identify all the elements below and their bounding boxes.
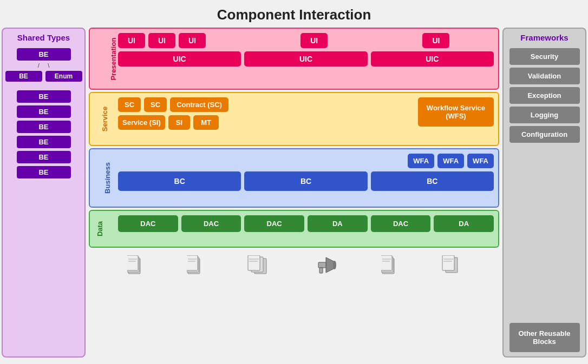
dac-box-4: DAC	[371, 215, 431, 232]
svg-rect-25	[442, 255, 454, 270]
svg-rect-2	[127, 255, 138, 270]
ui-box-1: UI	[118, 33, 145, 48]
db-icon-1	[127, 255, 142, 275]
shared-types-title: Shared Types	[17, 33, 70, 42]
data-layer: Data DAC DAC DAC DA DAC DA	[89, 210, 499, 248]
service-inner: SC SC Contract (SC) Service (SI) SI MT W…	[118, 97, 494, 130]
service-si-box: Service (SI)	[118, 115, 165, 130]
bc-box-1: BC	[118, 171, 241, 191]
validation-box: Validation	[509, 68, 580, 84]
be-box-1: BE	[17, 90, 71, 103]
uic-box-3: UIC	[371, 51, 494, 67]
shared-types-panel: Shared Types BE / \ BE Enum BE BE BE BE …	[2, 28, 86, 358]
db-icon-3	[247, 255, 271, 275]
be-box-2: BE	[17, 105, 71, 118]
other-reusable-box: Other Reusable Blocks	[509, 323, 580, 352]
uic-box-2: UIC	[244, 51, 367, 67]
service-left: SC SC Contract (SC) Service (SI) SI MT	[118, 97, 415, 130]
sc-box-2: SC	[144, 97, 167, 112]
svg-rect-21	[381, 255, 392, 270]
enum-box: Enum	[45, 71, 82, 82]
presentation-inner: UI UI UI UI UI UIC UIC UIC	[118, 33, 494, 67]
si-box: SI	[168, 115, 190, 130]
main-layout: Shared Types BE / \ BE Enum BE BE BE BE …	[2, 28, 586, 358]
dac-box-2: DAC	[181, 215, 241, 232]
da-box-1: DA	[308, 215, 368, 232]
db-icon-5	[441, 255, 461, 275]
svg-rect-7	[187, 255, 198, 270]
exception-box: Exception	[509, 87, 580, 104]
be-box-4: BE	[17, 136, 71, 148]
business-layer: Business WFA WFA WFA BC BC BC	[89, 148, 499, 208]
frameworks-title: Frameworks	[520, 33, 568, 42]
ui-box-2: UI	[148, 33, 175, 48]
bc-box-2: BC	[244, 171, 367, 191]
presentation-label: Presentation	[109, 37, 117, 80]
service-row1: SC SC Contract (SC)	[118, 97, 415, 112]
bc-row: BC BC BC	[118, 171, 494, 191]
service-row2: Service (SI) SI MT	[118, 115, 415, 130]
svg-rect-12	[248, 255, 260, 270]
page-title: Component Interaction	[217, 6, 371, 23]
da-box-2: DA	[434, 215, 494, 232]
be-box-root: BE	[17, 48, 71, 61]
security-box: Security	[509, 48, 580, 65]
sc-box-1: SC	[118, 97, 141, 112]
be-box-6: BE	[17, 166, 71, 178]
presentation-layer: Presentation UI UI UI UI UI UIC UIC UIC	[89, 28, 499, 90]
dac-box-1: DAC	[118, 215, 178, 232]
business-label: Business	[103, 162, 112, 194]
ui-row: UI UI UI UI UI	[118, 33, 494, 48]
wfs-box: Workflow Service(WFS)	[418, 97, 494, 127]
center-panel: Presentation UI UI UI UI UI UIC UIC UIC	[89, 28, 499, 358]
dac-box-3: DAC	[244, 215, 304, 232]
wfa-row: WFA WFA WFA	[118, 154, 494, 168]
ui-box-4: UI	[300, 33, 328, 48]
logging-box: Logging	[509, 107, 580, 123]
service-top-row: SC SC Contract (SC) Service (SI) SI MT W…	[118, 97, 494, 130]
db-icon-4	[381, 255, 396, 275]
business-inner: WFA WFA WFA BC BC BC	[118, 154, 494, 191]
be-tree: BE / \ BE Enum	[6, 48, 81, 82]
uic-row: UIC UIC UIC	[118, 51, 494, 67]
bc-box-3: BC	[371, 171, 494, 191]
db-icon-2	[187, 255, 202, 275]
data-inner: DAC DAC DAC DA DAC DA	[118, 215, 494, 232]
mt-box: MT	[193, 115, 219, 130]
wfa-box-3: WFA	[467, 154, 494, 168]
be-box-child: BE	[5, 71, 42, 82]
svg-rect-17	[319, 268, 323, 273]
frameworks-panel: Frameworks Security Validation Exception…	[502, 28, 586, 358]
service-layer: Service SC SC Contract (SC) Service (SI)…	[89, 92, 499, 146]
be-tree-row: BE Enum	[5, 71, 82, 82]
db-icons-row	[89, 250, 499, 280]
data-label: Data	[96, 221, 104, 236]
be-box-5: BE	[17, 151, 71, 163]
wfa-box-2: WFA	[437, 154, 464, 168]
service-label: Service	[101, 107, 109, 131]
contract-box: Contract (SC)	[170, 97, 228, 112]
wfa-box-1: WFA	[408, 154, 434, 168]
megaphone-icon	[315, 255, 337, 275]
configuration-box: Configuration	[509, 126, 580, 143]
ui-box-3: UI	[179, 33, 206, 48]
be-box-3: BE	[17, 121, 71, 133]
uic-box-1: UIC	[118, 51, 241, 67]
svg-rect-16	[318, 262, 326, 268]
ui-box-5: UI	[422, 33, 449, 48]
svg-point-18	[333, 261, 336, 269]
